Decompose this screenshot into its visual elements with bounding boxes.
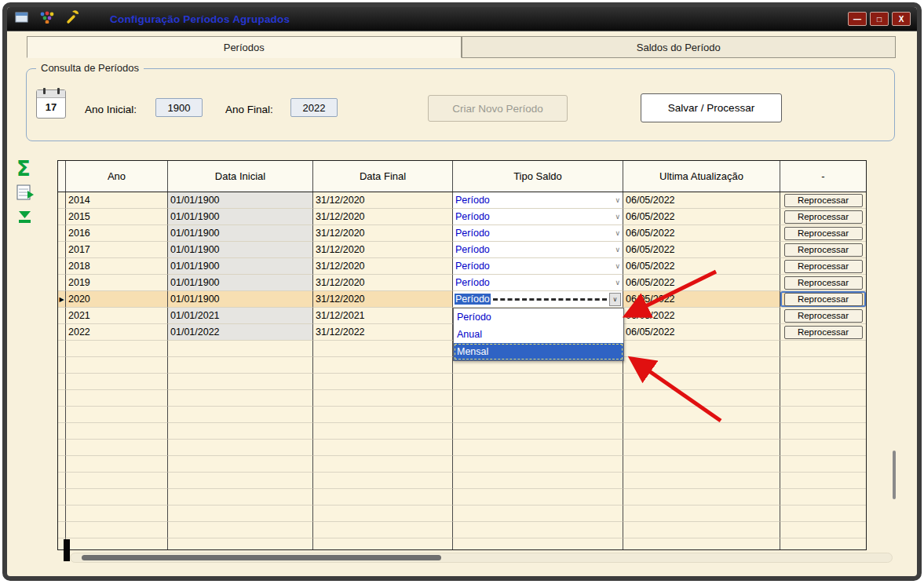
empty-cell (168, 538, 313, 549)
reprocessar-button[interactable]: Reprocessar (784, 260, 863, 273)
column-header-0[interactable]: Ano (66, 161, 168, 192)
ano-final-input[interactable] (290, 98, 338, 117)
column-header-4[interactable]: Ultima Atualização (623, 161, 780, 192)
tipo-saldo-dropdown: PeríodoAnualMensal (453, 308, 624, 361)
reprocessar-button[interactable]: Reprocessar (784, 227, 863, 240)
empty-row (58, 423, 866, 440)
chevron-down-icon[interactable]: ∨ (615, 196, 620, 204)
reprocessar-button[interactable]: Reprocessar (784, 276, 863, 290)
maximize-button[interactable]: □ (870, 12, 889, 26)
row-indicator (58, 423, 66, 440)
row-indicator (58, 192, 66, 209)
row-indicator (58, 308, 66, 324)
empty-row (58, 374, 866, 390)
table-row-2017[interactable]: 201701/01/190031/12/2020Período∨06/05/20… (58, 242, 866, 258)
empty-cell (66, 489, 168, 506)
vertical-scrollbar-thumb[interactable] (893, 451, 896, 499)
calendar-icon: 17 (36, 89, 66, 119)
column-header-1[interactable]: Data Inicial (168, 161, 313, 192)
empty-cell (168, 506, 313, 522)
chevron-down-icon[interactable]: ∨ (615, 229, 620, 237)
cell-ano: 2018 (66, 258, 168, 275)
reprocessar-button[interactable]: Reprocessar (784, 194, 863, 207)
cell-ultima-atualizacao: 06/05/2022 (623, 258, 780, 275)
empty-cell (780, 374, 866, 390)
column-header-5[interactable]: - (780, 161, 866, 192)
row-indicator (58, 522, 66, 538)
beads-icon (39, 11, 55, 27)
groupbox-legend: Consulta de Períodos (36, 62, 144, 74)
empty-cell (453, 538, 623, 549)
reprocessar-button[interactable]: Reprocessar (784, 326, 863, 339)
minimize-button[interactable]: — (848, 12, 867, 26)
reprocessar-button[interactable]: Reprocessar (784, 210, 863, 224)
cell-action: Reprocessar (780, 209, 866, 225)
cell-tipo-saldo[interactable]: Período∨ (453, 291, 623, 308)
column-header-3[interactable]: Tipo Saldo (453, 161, 623, 192)
sum-icon[interactable]: Σ (16, 159, 48, 179)
tab-saldos-do-periodo[interactable]: Saldos do Período (462, 36, 897, 58)
cell-data-final: 31/12/2020 (313, 275, 453, 291)
criar-novo-periodo-button[interactable]: Criar Novo Período (428, 95, 568, 122)
cell-tipo-saldo[interactable]: Período∨ (453, 275, 623, 291)
cell-tipo-saldo[interactable]: Período∨ (453, 242, 623, 258)
horizontal-scrollbar-thumb[interactable] (82, 555, 441, 560)
dropdown-option-periodo[interactable]: Período (454, 308, 623, 326)
tab-bar: Períodos Saldos do Período (27, 36, 896, 58)
empty-cell (66, 341, 168, 357)
cell-data-final: 31/12/2020 (313, 291, 453, 308)
export-grid-icon[interactable] (16, 184, 48, 205)
ano-inicial-input[interactable] (155, 98, 203, 117)
cell-data-inicial: 01/01/1900 (168, 275, 313, 291)
chevron-down-icon[interactable]: ∨ (615, 246, 620, 254)
cell-action: Reprocessar (780, 242, 866, 258)
chevron-down-icon[interactable]: ∨ (615, 213, 620, 221)
row-indicator (58, 275, 66, 291)
table-row-2015[interactable]: 201501/01/190031/12/2020Período∨06/05/20… (58, 209, 866, 225)
table-row-2018[interactable]: 201801/01/190031/12/2020Período∨06/05/20… (58, 258, 866, 275)
empty-cell (66, 407, 168, 423)
reprocessar-button[interactable]: Reprocessar (784, 243, 863, 257)
horizontal-scrollbar[interactable] (70, 553, 893, 563)
empty-cell (453, 407, 623, 423)
table-row-2019[interactable]: 201901/01/190031/12/2020Período∨06/05/20… (58, 275, 866, 291)
cell-tipo-saldo[interactable]: Período∨ (453, 192, 623, 209)
cell-data-final: 31/12/2020 (313, 258, 453, 275)
dropdown-option-mensal[interactable]: Mensal (454, 343, 623, 360)
empty-cell (623, 423, 780, 440)
cell-tipo-saldo[interactable]: Período∨ (453, 258, 623, 275)
cell-data-inicial: 01/01/1900 (168, 209, 313, 225)
tab-periodos[interactable]: Períodos (27, 36, 462, 58)
app-window: Configuração Períodos Agrupados — □ X Pe… (2, 2, 922, 581)
empty-row (58, 506, 866, 522)
chevron-down-icon[interactable]: ∨ (615, 262, 620, 270)
chevron-down-icon[interactable]: ∨ (615, 279, 620, 287)
empty-cell (780, 407, 866, 423)
salvar-processar-button[interactable]: Salvar / Processar (641, 93, 782, 122)
tipo-saldo-dropdown-button[interactable]: ∨ (609, 293, 621, 306)
column-header-2[interactable]: Data Final (313, 161, 453, 192)
table-row-2016[interactable]: 201601/01/190031/12/2020Período∨06/05/20… (58, 225, 866, 242)
goto-end-icon[interactable] (16, 210, 48, 228)
titlebar[interactable]: Configuração Períodos Agrupados — □ X (7, 7, 917, 31)
empty-cell (453, 440, 623, 456)
dropdown-option-anual[interactable]: Anual (454, 326, 623, 343)
empty-cell (780, 440, 866, 456)
row-indicator (58, 407, 66, 423)
empty-cell (453, 423, 623, 440)
empty-row (58, 473, 866, 489)
reprocessar-button[interactable]: Reprocessar (784, 293, 863, 306)
row-indicator (58, 357, 66, 374)
table-row-2014[interactable]: 201401/01/190031/12/2020Período∨06/05/20… (58, 192, 866, 209)
reprocessar-button[interactable]: Reprocessar (784, 309, 863, 323)
cell-data-inicial: 01/01/1900 (168, 258, 313, 275)
close-button[interactable]: X (892, 12, 911, 26)
row-indicator (58, 473, 66, 489)
grid-body: 201401/01/190031/12/2020Período∨06/05/20… (58, 192, 866, 549)
cell-data-inicial: 01/01/2021 (168, 308, 313, 324)
cell-tipo-saldo[interactable]: Período∨ (453, 209, 623, 225)
cell-tipo-saldo[interactable]: Período∨ (453, 225, 623, 242)
tipo-saldo-value: Período (455, 195, 490, 206)
table-row-2020[interactable]: ▶202001/01/190031/12/2020Período∨06/05/2… (58, 291, 866, 308)
empty-cell (453, 522, 623, 538)
